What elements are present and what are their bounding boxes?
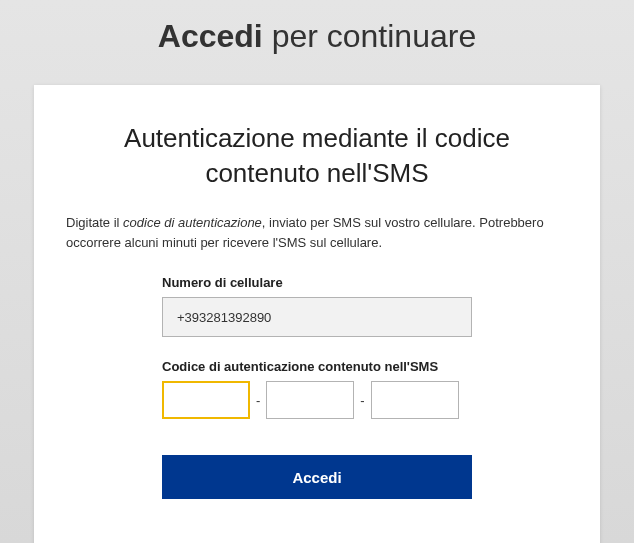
instruction-pre: Digitate il: [66, 215, 123, 230]
form-section: Numero di cellulare Codice di autenticaz…: [162, 275, 472, 499]
code-label: Codice di autenticazione contenuto nell'…: [162, 359, 472, 374]
phone-field: [162, 297, 472, 337]
code-input-3[interactable]: [371, 381, 459, 419]
dash-2: -: [360, 393, 364, 408]
auth-card: Autenticazione mediante il codice conten…: [34, 85, 600, 543]
card-heading: Autenticazione mediante il codice conten…: [66, 121, 568, 191]
page-title-rest: per continuare: [263, 18, 476, 54]
dash-1: -: [256, 393, 260, 408]
phone-label: Numero di cellulare: [162, 275, 472, 290]
card-instruction: Digitate il codice di autenticazione, in…: [66, 213, 568, 253]
code-input-2[interactable]: [266, 381, 354, 419]
code-input-1[interactable]: [162, 381, 250, 419]
login-button[interactable]: Accedi: [162, 455, 472, 499]
page-title-bold: Accedi: [158, 18, 263, 54]
page-title: Accedi per continuare: [0, 18, 634, 55]
code-row: - -: [162, 381, 472, 419]
instruction-em: codice di autenticazione: [123, 215, 262, 230]
